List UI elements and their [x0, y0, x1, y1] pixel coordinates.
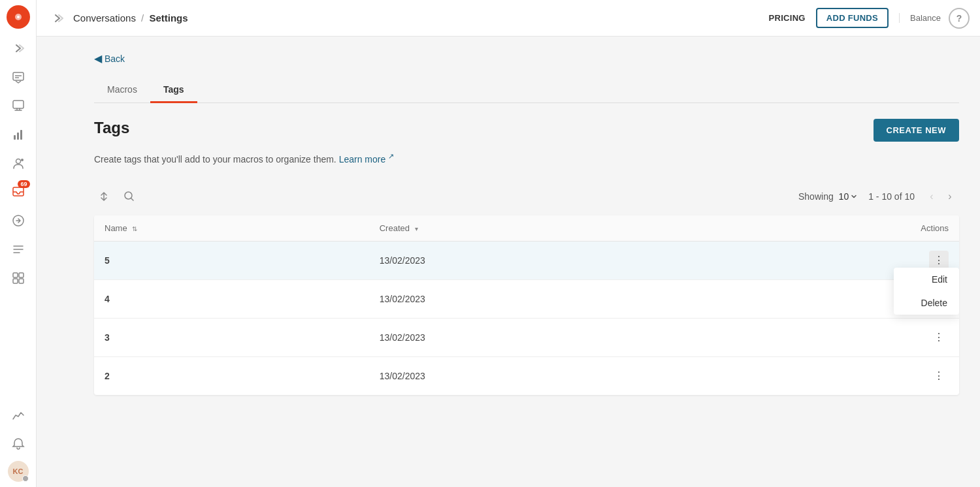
balance-label: Balance — [899, 13, 941, 23]
sort-toggle-button[interactable] — [94, 187, 114, 206]
delete-menu-item[interactable]: Delete — [894, 291, 959, 315]
tag-actions-cell: ⋮ Edit Delete — [710, 241, 959, 279]
tag-name-cell: 5 — [94, 241, 369, 279]
svg-rect-18 — [19, 273, 24, 277]
table-row: 5 13/02/2023 ⋮ Edit Delete — [94, 241, 959, 279]
back-link[interactable]: ◀ Back — [94, 52, 959, 65]
svg-point-21 — [125, 192, 132, 199]
tag-actions-cell: ⋮ — [710, 356, 959, 395]
sidebar-integrations-icon[interactable] — [5, 265, 31, 291]
svg-point-10 — [16, 159, 20, 164]
svg-rect-20 — [19, 279, 24, 283]
app-logo[interactable] — [7, 5, 30, 29]
page-title: Tags — [94, 119, 129, 137]
add-funds-button[interactable]: ADD FUNDS — [816, 8, 889, 28]
sidebar-expand-icon[interactable] — [5, 35, 31, 61]
row-actions-button-4[interactable]: ⋮ — [929, 366, 949, 386]
sidebar-inbox-icon[interactable]: 69 — [5, 179, 31, 205]
showing-info: Showing 10 — [798, 191, 860, 202]
svg-point-2 — [17, 16, 20, 18]
create-new-button[interactable]: CREATE NEW — [874, 119, 959, 142]
showing-label: Showing — [798, 191, 834, 202]
breadcrumb-separator: / — [141, 12, 144, 24]
back-arrow-icon: ◀ — [94, 52, 102, 65]
description-text: Create tags that you'll add to your macr… — [94, 154, 336, 165]
tab-tags[interactable]: Tags — [150, 78, 197, 103]
external-link-icon: ↗ — [388, 152, 394, 160]
svg-rect-9 — [20, 130, 22, 140]
svg-rect-17 — [13, 273, 18, 277]
created-column-header[interactable]: Created ▾ — [369, 215, 710, 242]
breadcrumb-conversations[interactable]: Conversations — [73, 12, 136, 24]
sidebar-bell-icon[interactable] — [5, 431, 31, 457]
main-content: ◀ Back Macros Tags Tags CREATE NEW Creat… — [73, 37, 980, 487]
sidebar-reports-icon[interactable] — [5, 121, 31, 148]
name-sort-icon: ⇅ — [132, 225, 137, 232]
svg-rect-7 — [14, 135, 16, 140]
edit-menu-item[interactable]: Edit — [894, 268, 959, 291]
sidebar-lists-icon[interactable] — [5, 236, 31, 262]
sidebar-automation-icon[interactable] — [5, 208, 31, 234]
tag-created-cell: 13/02/2023 — [369, 356, 710, 395]
inbox-badge: 69 — [18, 180, 29, 188]
tag-name-cell: 4 — [94, 279, 369, 318]
search-button[interactable] — [119, 187, 139, 206]
sidebar: 69 KC — [0, 0, 37, 487]
svg-rect-3 — [13, 72, 24, 80]
row-actions-button-3[interactable]: ⋮ — [929, 328, 949, 347]
learn-more-link[interactable]: Learn more ↗ — [339, 154, 394, 165]
help-button[interactable]: ? — [949, 8, 970, 29]
tag-created-cell: 13/02/2023 — [369, 318, 710, 356]
tags-table: Name ⇅ Created ▾ Actions 5 13/02/2023 — [94, 215, 959, 395]
tag-created-cell: 13/02/2023 — [369, 241, 710, 279]
tag-actions-cell: ⋮ — [710, 318, 959, 356]
actions-column-header: Actions — [710, 215, 959, 242]
breadcrumb: Conversations / Settings — [73, 12, 188, 24]
svg-rect-6 — [13, 101, 24, 108]
table-row: 4 13/02/2023 ⋮ — [94, 279, 959, 318]
tag-name-cell: 2 — [94, 356, 369, 395]
tag-created-cell: 13/02/2023 — [369, 279, 710, 318]
back-label: Back — [105, 54, 125, 64]
sidebar-analytics2-icon[interactable] — [5, 402, 31, 428]
next-page-button[interactable]: › — [941, 187, 959, 206]
top-navigation: Conversations / Settings PRICING ADD FUN… — [37, 0, 980, 37]
sidebar-chat-icon[interactable] — [5, 64, 31, 90]
page-header: Tags CREATE NEW — [94, 119, 959, 142]
sidebar-campaigns-icon[interactable] — [5, 93, 31, 119]
name-column-header[interactable]: Name ⇅ — [94, 215, 369, 242]
tag-name-cell: 3 — [94, 318, 369, 356]
created-sort-icon: ▾ — [415, 225, 418, 232]
tab-macros[interactable]: Macros — [94, 78, 150, 103]
page-description: Create tags that you'll add to your macr… — [94, 152, 959, 165]
user-avatar[interactable]: KC — [8, 461, 29, 482]
per-page-select[interactable]: 10 — [839, 191, 858, 202]
table-row: 2 13/02/2023 ⋮ — [94, 356, 959, 395]
table-toolbar: Showing 10 1 - 10 of 10 ‹ › — [94, 180, 959, 213]
page-range: 1 - 10 of 10 — [868, 191, 915, 202]
actions-dropdown: Edit Delete — [894, 268, 959, 315]
svg-point-11 — [21, 159, 24, 161]
sidebar-contacts-icon[interactable] — [5, 150, 31, 176]
svg-rect-8 — [17, 133, 19, 140]
breadcrumb-current: Settings — [149, 12, 188, 24]
prev-page-button[interactable]: ‹ — [923, 187, 941, 206]
nav-expand-button[interactable] — [47, 8, 68, 29]
tabs-container: Macros Tags — [94, 78, 959, 103]
table-row: 3 13/02/2023 ⋮ — [94, 318, 959, 356]
pricing-link[interactable]: PRICING — [768, 13, 805, 23]
svg-rect-19 — [13, 279, 18, 283]
